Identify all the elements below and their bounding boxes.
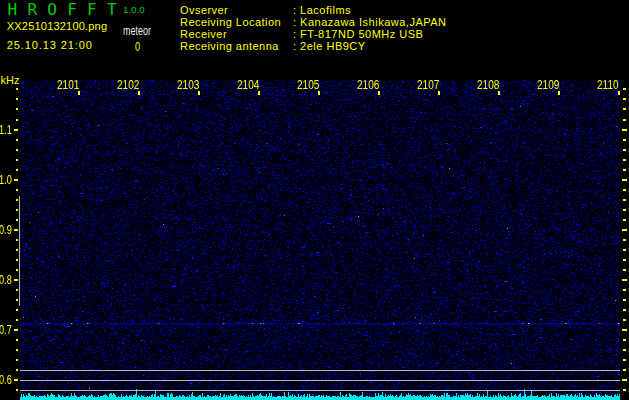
- y-axis-major-tick: [14, 129, 18, 131]
- reference-line: [20, 390, 620, 391]
- y-axis-minor-tick: [16, 139, 18, 141]
- y-axis-minor-tick: [16, 389, 18, 391]
- y-axis-minor-tick: [16, 319, 18, 321]
- y-axis-minor-tick-right: [623, 349, 626, 351]
- y-axis-minor-tick: [16, 149, 18, 151]
- y-axis-minor-tick-right: [623, 319, 626, 321]
- y-axis-minor-tick-right: [623, 309, 626, 311]
- y-axis-tick-label: 0.9: [0, 223, 12, 236]
- y-axis-minor-tick: [16, 98, 18, 100]
- x-axis-tick-label: 2104: [237, 78, 259, 91]
- y-axis-minor-tick: [16, 119, 18, 121]
- y-axis-major-tick: [14, 179, 18, 181]
- y-axis-minor-tick: [16, 269, 18, 271]
- y-axis-tick-label: 1.1: [0, 123, 12, 136]
- y-axis-major-tick-right: [622, 279, 627, 281]
- x-axis-tick-label: 2109: [537, 78, 559, 91]
- x-axis-tick-label: 2105: [297, 78, 319, 91]
- y-axis-major-tick: [14, 379, 18, 381]
- y-axis-minor-tick-right: [623, 139, 626, 141]
- y-axis-minor-tick-right: [623, 389, 626, 391]
- x-axis-tick-label: 2106: [357, 78, 379, 91]
- y-axis-minor-tick-right: [623, 289, 626, 291]
- y-axis-minor-tick-right: [623, 209, 626, 211]
- y-axis-minor-tick: [16, 199, 18, 201]
- y-axis-minor-tick: [16, 249, 18, 251]
- y-axis-minor-tick: [16, 349, 18, 351]
- axes-layer: 1.11.00.90.80.70.62101210221032104210521…: [0, 0, 629, 400]
- x-axis-tick-label: 2101: [57, 78, 79, 91]
- y-axis-minor-tick: [16, 289, 18, 291]
- y-axis-minor-tick: [16, 299, 18, 301]
- y-axis-tick-label: 0.6: [0, 373, 12, 386]
- y-axis-minor-tick: [16, 259, 18, 261]
- x-axis-tick-label: 2110: [597, 78, 619, 91]
- y-axis-major-tick-right: [622, 179, 627, 181]
- hrofft-screen: H R O F F T 1.0.0 XX2510132100.png meteo…: [0, 0, 629, 400]
- y-axis-minor-tick-right: [623, 199, 626, 201]
- y-axis-major-tick-right: [622, 379, 627, 381]
- y-axis-minor-tick: [16, 369, 18, 371]
- y-axis-minor-tick-right: [623, 359, 626, 361]
- y-axis-major-tick-right: [622, 129, 627, 131]
- y-axis-minor-tick: [16, 359, 18, 361]
- y-axis-major-tick: [14, 229, 18, 231]
- y-axis-major-tick-right: [622, 329, 627, 331]
- y-axis-minor-tick-right: [623, 269, 626, 271]
- y-axis-tick-label: 0.7: [0, 323, 12, 336]
- y-axis-tick-label: 1.0: [0, 173, 12, 186]
- y-axis-minor-tick-right: [623, 189, 626, 191]
- y-axis-minor-tick-right: [623, 249, 626, 251]
- x-axis-tick-label: 2102: [117, 78, 139, 91]
- reference-line: [20, 370, 620, 371]
- y-axis-minor-tick-right: [623, 159, 626, 161]
- y-axis-minor-tick: [16, 159, 18, 161]
- y-axis-minor-tick-right: [623, 98, 626, 100]
- y-axis-minor-tick: [16, 169, 18, 171]
- y-axis-minor-tick: [16, 239, 18, 241]
- y-axis-tick-label: 0.8: [0, 273, 12, 286]
- plot-left-edge-line: [19, 196, 20, 306]
- y-axis-minor-tick-right: [623, 119, 626, 121]
- y-axis-minor-tick-right: [623, 88, 626, 90]
- y-axis-minor-tick-right: [623, 149, 626, 151]
- y-axis-minor-tick: [16, 209, 18, 211]
- reference-line: [20, 380, 620, 381]
- x-axis-tick-label: 2108: [477, 78, 499, 91]
- y-axis-major-tick-right: [622, 229, 627, 231]
- y-axis-minor-tick-right: [623, 369, 626, 371]
- y-axis-minor-tick-right: [623, 169, 626, 171]
- y-axis-minor-tick-right: [623, 259, 626, 261]
- y-axis-minor-tick: [16, 88, 18, 90]
- y-axis-minor-tick: [16, 189, 18, 191]
- y-axis-minor-tick-right: [623, 299, 626, 301]
- y-axis-minor-tick: [16, 108, 18, 110]
- y-axis-minor-tick: [16, 309, 18, 311]
- y-axis-minor-tick: [16, 339, 18, 341]
- y-axis-minor-tick-right: [623, 339, 626, 341]
- y-axis-major-tick: [14, 279, 18, 281]
- y-axis-minor-tick-right: [623, 219, 626, 221]
- y-axis-minor-tick-right: [623, 239, 626, 241]
- y-axis-minor-tick-right: [623, 108, 626, 110]
- y-axis-major-tick: [14, 329, 18, 331]
- x-axis-tick-label: 2103: [177, 78, 199, 91]
- y-axis-minor-tick: [16, 219, 18, 221]
- x-axis-tick-label: 2107: [417, 78, 439, 91]
